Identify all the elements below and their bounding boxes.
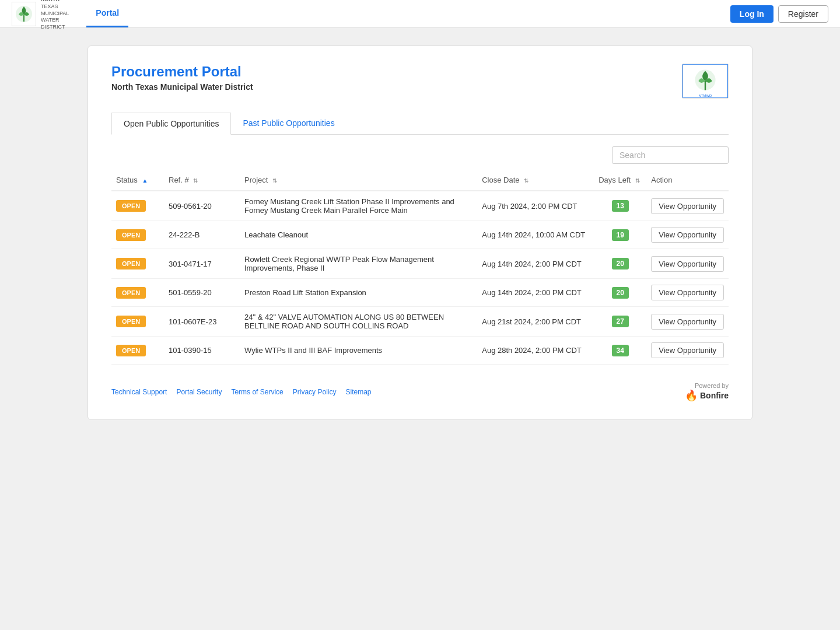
bonfire-logo: 🔥 Bonfire [685,389,729,402]
cell-project-3: Preston Road Lift Station Expansion [240,279,477,307]
status-badge-3: OPEN [116,287,146,299]
sort-icon-close-date: ⇅ [524,177,528,184]
footer-link-portal-security[interactable]: Portal Security [176,388,222,396]
cell-ref-5: 101-0390-15 [164,337,240,365]
status-badge-5: OPEN [116,345,146,356]
portal-header: Procurement Portal North Texas Municipal… [111,64,729,99]
status-badge-1: OPEN [116,229,146,241]
cell-ref-3: 501-0559-20 [164,279,240,307]
main-container: Procurement Portal North Texas Municipal… [88,46,752,420]
status-badge-0: OPEN [116,200,146,212]
cell-close-date-1: Aug 14th 2024, 10:00 AM CDT [477,221,594,249]
footer-links: Technical Support Portal Security Terms … [111,388,372,396]
days-badge-5: 34 [612,345,629,356]
footer-link-terms[interactable]: Terms of Service [231,388,283,396]
svg-text:NTMWD: NTMWD [699,94,712,97]
cell-days-left-0: 13 [594,191,646,221]
table-row: OPEN 101-0390-15 Wylie WTPs II and III B… [111,337,729,365]
nav-links: Portal [86,0,128,27]
cell-action-3: View Opportunity [646,279,729,307]
status-badge-2: OPEN [116,258,146,270]
table-row: OPEN 509-0561-20 Forney Mustang Creek Li… [111,191,729,221]
table-row: OPEN 101-0607E-23 24" & 42" VALVE AUTOMA… [111,307,729,337]
view-opportunity-button-4[interactable]: View Opportunity [651,314,724,330]
register-button[interactable]: Register [778,5,828,23]
login-button[interactable]: Log In [730,5,774,23]
cell-status-2: OPEN [111,249,164,279]
cell-close-date-5: Aug 28th 2024, 2:00 PM CDT [477,337,594,365]
sort-icon-days-left: ⇅ [635,177,640,184]
cell-action-1: View Opportunity [646,221,729,249]
sort-icon-project: ⇅ [272,177,277,184]
cell-project-0: Forney Mustang Creek Lift Station Phase … [240,191,477,221]
cell-status-1: OPEN [111,221,164,249]
cell-action-2: View Opportunity [646,249,729,279]
days-badge-1: 19 [612,229,629,241]
cell-status-4: OPEN [111,307,164,337]
cell-close-date-2: Aug 14th 2024, 2:00 PM CDT [477,249,594,279]
nav-logo-icon [12,2,36,26]
search-bar-wrap [111,146,729,164]
table-header-row: Status ▲ Ref. # ⇅ Project ⇅ Close Date ⇅… [111,170,729,191]
top-nav: NORTH TEXAS MUNICIPAL WATER DISTRICT Por… [0,0,840,28]
col-header-status[interactable]: Status ▲ [111,170,164,191]
cell-days-left-1: 19 [594,221,646,249]
cell-days-left-3: 20 [594,279,646,307]
col-header-ref[interactable]: Ref. # ⇅ [164,170,240,191]
cell-days-left-5: 34 [594,337,646,365]
cell-project-4: 24" & 42" VALVE AUTOMATION ALONG US 80 B… [240,307,477,337]
cell-ref-0: 509-0561-20 [164,191,240,221]
days-badge-4: 27 [612,316,629,327]
days-badge-3: 20 [612,287,629,299]
days-badge-2: 20 [612,258,629,270]
status-badge-4: OPEN [116,316,146,327]
powered-by: Powered by 🔥 Bonfire [685,382,729,402]
tab-open-opportunities[interactable]: Open Public Opportunities [111,113,231,135]
table-row: OPEN 501-0559-20 Preston Road Lift Stati… [111,279,729,307]
portal-footer: Technical Support Portal Security Terms … [111,382,729,402]
cell-close-date-3: Aug 14th 2024, 2:00 PM CDT [477,279,594,307]
cell-project-1: Leachate Cleanout [240,221,477,249]
search-input[interactable] [612,146,729,164]
portal-subtitle: North Texas Municipal Water District [111,82,253,92]
table-row: OPEN 24-222-B Leachate Cleanout Aug 14th… [111,221,729,249]
portal-header-text: Procurement Portal North Texas Municipal… [111,64,253,92]
view-opportunity-button-1[interactable]: View Opportunity [651,227,724,243]
col-header-close-date[interactable]: Close Date ⇅ [477,170,594,191]
col-header-days-left[interactable]: Days Left ⇅ [594,170,646,191]
cell-days-left-2: 20 [594,249,646,279]
cell-close-date-0: Aug 7th 2024, 2:00 PM CDT [477,191,594,221]
cell-days-left-4: 27 [594,307,646,337]
portal-title: Procurement Portal [111,64,253,80]
nav-org-text: NORTH TEXAS MUNICIPAL WATER DISTRICT [41,0,69,31]
cell-ref-1: 24-222-B [164,221,240,249]
days-badge-0: 13 [612,200,629,212]
footer-link-technical-support[interactable]: Technical Support [111,388,167,396]
col-header-project[interactable]: Project ⇅ [240,170,477,191]
cell-ref-2: 301-0471-17 [164,249,240,279]
sort-icon-status: ▲ [142,177,148,184]
nav-auth: Log In Register [730,5,828,23]
opportunities-table: Status ▲ Ref. # ⇅ Project ⇅ Close Date ⇅… [111,170,729,365]
footer-link-sitemap[interactable]: Sitemap [345,388,371,396]
cell-ref-4: 101-0607E-23 [164,307,240,337]
sort-icon-ref: ⇅ [193,177,198,184]
cell-status-5: OPEN [111,337,164,365]
bonfire-icon: 🔥 [685,389,698,402]
tab-past-opportunities[interactable]: Past Public Opportunities [231,113,346,135]
view-opportunity-button-2[interactable]: View Opportunity [651,256,724,272]
cell-action-0: View Opportunity [646,191,729,221]
cell-status-0: OPEN [111,191,164,221]
footer-link-privacy[interactable]: Privacy Policy [293,388,337,396]
cell-action-5: View Opportunity [646,337,729,365]
nav-logo: NORTH TEXAS MUNICIPAL WATER DISTRICT [12,0,69,31]
tabs: Open Public Opportunities Past Public Op… [111,113,729,135]
portal-logo: NTMWD [682,64,729,99]
view-opportunity-button-5[interactable]: View Opportunity [651,342,724,358]
cell-status-3: OPEN [111,279,164,307]
portal-logo-img: NTMWD [682,64,728,99]
view-opportunity-button-0[interactable]: View Opportunity [651,198,724,214]
cell-close-date-4: Aug 21st 2024, 2:00 PM CDT [477,307,594,337]
view-opportunity-button-3[interactable]: View Opportunity [651,285,724,300]
nav-portal-link[interactable]: Portal [86,0,128,27]
